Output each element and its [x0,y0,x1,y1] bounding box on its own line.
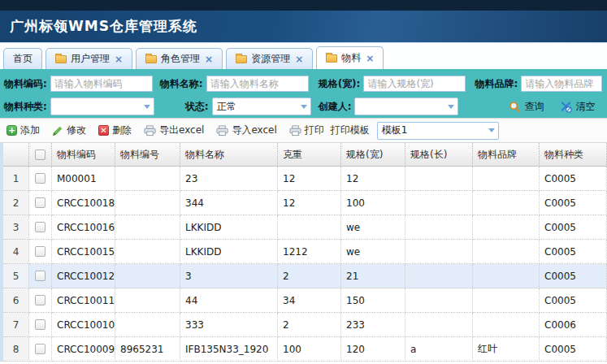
row-number: 2 [3,191,29,215]
grid-cell: C0005 [540,240,607,264]
chevron-down-icon[interactable] [141,102,154,112]
grid-cell [405,313,473,337]
grid-cell: C0005 [540,191,607,215]
query-button[interactable]: 查询 [509,100,544,114]
category-label: 物料种类: [4,100,47,114]
status-label: 状态: [185,100,209,114]
grid-cell [473,313,540,337]
clear-icon [560,101,572,113]
material-code-input[interactable] [50,76,153,92]
grid-cell [405,288,473,313]
grid-cell [473,215,540,240]
chevron-down-icon[interactable] [297,102,310,112]
grid-cell: LKKIDD [180,215,278,240]
column-header-1[interactable]: 物料编码 [52,143,115,167]
grid-cell [115,191,180,215]
add-button-label: 添加 [20,124,40,137]
spec-width-input[interactable] [363,76,466,92]
clear-button[interactable]: 清空 [560,100,595,114]
edit-button[interactable]: 修改 [52,124,86,137]
brand-input[interactable] [521,76,602,92]
grid-cell: 100 [278,337,341,362]
select-all-checkbox[interactable] [35,150,46,160]
tab-bar: 首页用户管理×角色管理×资源管理×物料× [0,42,607,69]
status-select[interactable]: 正常 [212,98,311,115]
tab-materials[interactable]: 物料× [316,46,384,69]
export-excel-button[interactable]: 导出excel [144,124,204,137]
row-number: 4 [3,240,29,264]
grid-cell: 8965231 [115,337,180,362]
category-select[interactable] [50,98,154,115]
grid-cell: C0005 [540,215,607,240]
column-header-6[interactable]: 规格(长) [405,143,473,167]
delete-button[interactable]: ✕ 删除 [98,124,132,137]
column-header-3[interactable]: 物料名称 [180,143,278,167]
grid-cell [405,240,473,264]
table-row[interactable]: 6CRCC100114434150C0005 [3,288,607,313]
grid-cell: 120 [341,337,405,362]
tab-label: 用户管理 [71,52,110,66]
grid-cell: 100 [341,191,405,215]
delete-icon: ✕ [98,125,109,136]
row-checkbox[interactable] [35,344,46,354]
table-row[interactable]: 1M00001231212C0005 [3,167,607,191]
row-number: 5 [3,264,29,288]
print-button[interactable]: 打印 [289,124,324,137]
row-checkbox[interactable] [35,222,46,232]
table-row[interactable]: 2CRCC1001834412100C0005 [3,191,607,215]
print-template-select[interactable]: 模板1 [377,122,499,140]
search-panel: 物料编码: 物料名称: 规格(宽): 物料品牌: 物料种类: 状态: 正常 创建… [0,69,607,118]
tab-close-icon[interactable]: × [366,54,374,63]
row-checkbox-cell [29,240,52,264]
row-checkbox[interactable] [35,246,46,257]
grid-toolbar: + 添加 修改 ✕ 删除 导出excel 导入excel [0,118,607,143]
table-row[interactable]: 3CRCC10016LKKIDDweC0005 [3,215,607,240]
grid-cell [115,240,180,264]
search-row-2: 物料种类: 状态: 正常 创建人: 查询 [4,98,603,115]
grid-cell: C0006 [540,313,607,337]
column-header-5[interactable]: 规格(宽) [341,143,405,167]
search-row-1: 物料编码: 物料名称: 规格(宽): 物料品牌: [4,75,603,93]
row-checkbox[interactable] [35,271,46,281]
column-header-4[interactable]: 克重 [278,143,341,167]
row-checkbox-cell [29,191,52,215]
table-row[interactable]: 8CRCC100098965231IFB135N33_1920100120a红叶… [3,337,607,362]
grid-cell: we [341,240,405,264]
tab-close-icon[interactable]: × [205,54,213,64]
grid-cell [405,264,473,288]
printer-icon [144,125,156,136]
column-header-2[interactable]: 物料编号 [115,143,180,167]
tab-role-management[interactable]: 角色管理× [136,48,223,69]
row-checkbox[interactable] [35,295,46,306]
material-name-input[interactable] [206,76,309,92]
grid-cell: 红叶 [473,337,540,362]
import-excel-label: 导入excel [232,124,276,137]
tab-user-management[interactable]: 用户管理× [46,48,132,69]
column-header-7[interactable]: 物料品牌 [473,143,540,167]
table-row[interactable]: 7CRCC100103332233C0006 [3,313,607,337]
grid-cell [405,215,473,240]
tab-resource-management[interactable]: 资源管理× [226,48,313,69]
chevron-down-icon[interactable] [485,125,498,136]
table-row[interactable]: 4CRCC10015LKKIDD1212weC0005 [3,240,607,264]
creator-select[interactable] [354,98,458,115]
tab-close-icon[interactable]: × [295,54,303,64]
chevron-down-icon[interactable] [444,102,457,112]
column-header-8[interactable]: 物料种类 [540,143,607,167]
grid-cell: 12 [278,167,341,191]
grid-cell: IFB135N33_1920 [180,337,278,362]
row-checkbox[interactable] [35,319,46,330]
tab-home[interactable]: 首页 [3,48,42,69]
grid-cell: a [405,337,473,362]
add-button[interactable]: + 添加 [7,124,40,137]
add-icon: + [7,125,17,136]
grid-cell: 34 [278,288,341,313]
table-row[interactable]: 5CRCC100123221C0005 [3,264,607,288]
import-excel-button[interactable]: 导入excel [216,124,276,137]
row-checkbox[interactable] [35,173,46,184]
grid-cell [115,167,180,191]
tab-close-icon[interactable]: × [115,54,123,64]
grid-cell: 233 [341,313,405,337]
material-code-label: 物料编码: [4,77,47,91]
row-checkbox[interactable] [35,197,46,208]
